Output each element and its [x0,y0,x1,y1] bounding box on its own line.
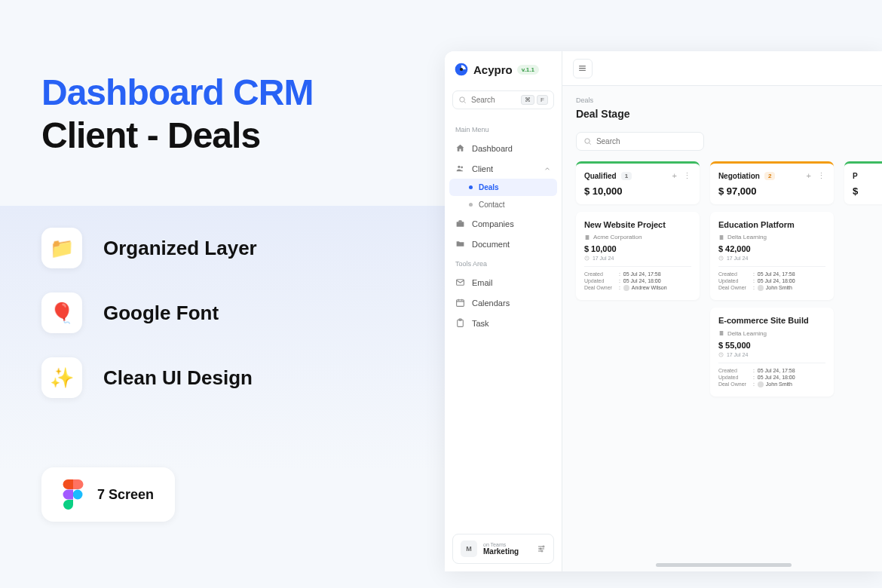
promo-panel: Dashboard CRM Client - Deals 📁 Organized… [41,72,418,522]
person-icon [758,285,764,291]
svg-point-12 [541,550,543,552]
feature-label: Clean UI Design [103,366,253,390]
sidebar-item-companies[interactable]: Companies [445,213,562,234]
sparkle-icon: ✨ [41,357,82,398]
person-icon [758,381,764,387]
meta-value: John Smith [758,285,792,291]
meta-label: Deal Owner [718,381,750,387]
search-input[interactable] [471,96,516,104]
screens-count: 7 Screen [97,487,154,503]
clock-icon [718,256,724,261]
search-icon [583,137,592,145]
kanban-column: P+⋮$ [844,161,882,404]
add-card-button[interactable]: + [806,171,810,181]
feature-item: 🎈 Google Font [41,292,418,333]
svg-point-13 [585,139,590,143]
sidebar-item-label: Calendars [472,299,510,308]
version-badge: v.1.1 [517,65,539,75]
sidebar-item-document[interactable]: Document [445,234,562,254]
section-tools-area: Tools Area [445,254,562,272]
column-count: 2 [764,172,775,180]
teams-avatar: M [461,541,477,557]
sidebar-item-calendars[interactable]: Calendars [445,292,562,313]
brand-name: Acypro [473,63,513,76]
meta-value: 05 Jul 24, 17:58 [758,368,795,373]
clock-icon [718,352,724,357]
calendar-icon [455,298,465,308]
sidebar: Acypro v.1.1 ⌘ F Main Menu Dashboard [445,51,562,571]
column-menu-button[interactable]: ⋮ [683,171,691,181]
main-search-input[interactable] [596,137,697,145]
sidebar-item-label: Email [472,278,493,287]
sidebar-item-task[interactable]: Task [445,313,562,333]
deal-card[interactable]: New Website ProjectAcme Corporation$ 10,… [576,212,700,300]
feature-list: 📁 Organized Layer 🎈 Google Font ✨ Clean … [41,228,418,398]
menu-icon [577,63,587,73]
chevron-up-icon [544,165,551,173]
sidebar-search[interactable]: ⌘ F [452,90,554,109]
card-company: Delta Learning [718,234,825,240]
card-title: E-commerce Site Build [718,315,825,326]
folder-icon [455,239,465,249]
teams-selector[interactable]: M on Teams Marketing [452,534,554,564]
briefcase-icon [455,219,465,228]
kanban-board: Qualified1+⋮$ 10,000New Website ProjectA… [562,161,882,415]
svg-rect-7 [457,300,464,307]
sidebar-item-label: Task [472,319,489,328]
home-icon [455,143,465,153]
svg-rect-14 [586,235,590,240]
svg-rect-16 [720,235,724,240]
feature-item: 📁 Organized Layer [41,228,418,268]
folder-icon: 📁 [41,228,82,268]
feature-label: Organized Layer [103,237,257,260]
main-search[interactable] [576,132,704,151]
menu-toggle-button[interactable] [573,59,593,78]
sidebar-item-client[interactable]: Client [445,158,562,179]
screens-badge: 7 Screen [41,467,175,522]
column-header: P+⋮$ [844,161,882,204]
sidebar-item-email[interactable]: Email [445,272,562,292]
card-title: New Website Project [584,219,691,230]
building-icon [584,234,590,240]
person-icon [623,285,629,291]
card-date: 17 Jul 24 [718,256,825,261]
meta-value: John Smith [758,381,792,387]
feature-label: Google Font [103,302,219,325]
kbd-hint: ⌘ F [521,95,548,105]
sidebar-subitem-contact[interactable]: Contact [449,196,557,213]
column-menu-button[interactable]: ⋮ [817,171,825,181]
page-title: Deal Stage [576,108,882,120]
meta-value: Andrew Wilson [623,285,667,291]
sidebar-subitem-deals[interactable]: Deals [449,179,557,196]
breadcrumb[interactable]: Deals [576,96,882,104]
add-card-button[interactable]: + [672,171,676,181]
sidebar-item-label: Companies [472,219,514,228]
meta-label: Updated [584,278,616,283]
card-amount: $ 55,000 [718,341,825,350]
horizontal-scrollbar[interactable] [656,563,792,567]
meta-value: 05 Jul 24, 18:00 [758,278,795,283]
topbar [562,51,882,86]
deal-card[interactable]: E-commerce Site BuildDelta Learning$ 55,… [710,308,834,396]
app-window: Acypro v.1.1 ⌘ F Main Menu Dashboard [445,51,882,571]
sidebar-item-label: Deals [479,183,499,191]
meta-label: Created [718,271,750,277]
dot-icon [469,185,473,189]
logo-row[interactable]: Acypro v.1.1 [445,51,562,87]
meta-value: 05 Jul 24, 17:58 [623,271,661,277]
svg-point-10 [543,546,544,547]
building-icon [718,330,724,336]
sidebar-item-dashboard[interactable]: Dashboard [445,138,562,158]
column-title: Negotiation [718,172,760,180]
card-date: 17 Jul 24 [584,256,691,261]
card-amount: $ 10,000 [584,244,691,253]
svg-point-1 [460,68,463,71]
clipboard-icon [455,318,465,328]
deal-card[interactable]: Education PlatformDelta Learning$ 42,000… [710,212,834,300]
section-main-menu: Main Menu [445,120,562,138]
kanban-column: Qualified1+⋮$ 10,000New Website ProjectA… [576,161,700,404]
sliders-icon [537,544,546,553]
column-count: 1 [621,172,632,180]
meta-label: Created [584,271,616,277]
column-total: $ [853,185,882,197]
